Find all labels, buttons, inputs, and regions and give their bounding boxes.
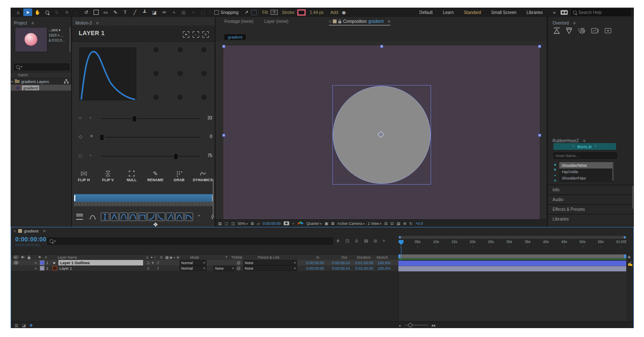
snapshot-icon[interactable] (284, 221, 289, 225)
project-item-footage[interactable]: gradient (11, 85, 71, 91)
fast-previews-icon[interactable]: ⊡ (390, 221, 394, 226)
help-search-input[interactable] (571, 9, 630, 16)
current-time-display[interactable]: 0:00:00:00 (15, 236, 47, 243)
video-preview-icon[interactable]: ◫ (231, 221, 235, 226)
workspace-standard[interactable]: Standard (464, 10, 481, 15)
pickwhip-icon[interactable]: @ (237, 260, 240, 265)
hose-style-item[interactable]: Shoulder/Hips (559, 175, 614, 182)
layer-name-column-header[interactable]: Layer Name (58, 255, 77, 260)
tab-composition[interactable]: × Composition gradient ≡ (329, 19, 390, 25)
slider-handle[interactable] (174, 153, 178, 160)
duration-value[interactable]: 0:01:00:00 (355, 260, 373, 265)
solo-icon[interactable]: ● (14, 256, 15, 259)
label-color-chip[interactable] (40, 266, 44, 271)
layer-row-2[interactable]: ▸ 2 Layer 1 ♙ / Normal▾ None▾ @ None▾ 0:… (11, 265, 398, 271)
anchor-grid-dot[interactable] (201, 47, 207, 52)
dynamics-button[interactable]: DYNAMICS (191, 169, 215, 182)
navigator-handle-left[interactable] (399, 236, 401, 238)
number-column-header[interactable]: # (45, 255, 47, 260)
navigator-handle-right[interactable] (624, 236, 626, 238)
null-button[interactable]: NULL (120, 169, 144, 182)
x-icon[interactable]: ✕ (90, 134, 93, 138)
composition-chip[interactable]: gradient (224, 34, 246, 40)
in-value[interactable]: 0:00:00:00 (306, 265, 324, 271)
fill-swatch[interactable]: ? (271, 10, 278, 15)
slider-value[interactable]: 75 (201, 153, 212, 158)
stretch-value[interactable]: 100.0% (378, 260, 391, 265)
hide-shy-icon[interactable]: ♙ (355, 238, 359, 243)
snap-angle-icon[interactable]: ↗ (242, 8, 251, 16)
timeline-search[interactable]: ▾ (47, 238, 333, 245)
guides-grid-icon[interactable]: ⊞ (251, 221, 254, 226)
duration-column-header[interactable]: Duration (357, 255, 370, 260)
toggle-transfer-icon[interactable]: ◪ (22, 323, 25, 328)
mode-column-header[interactable]: Mode (190, 255, 199, 260)
selection-handle[interactable] (538, 134, 541, 137)
curve-preset-ease-out[interactable] (147, 213, 156, 221)
select-layer-icon[interactable]: ➤ (183, 30, 189, 38)
stroke-width[interactable]: 1.44 px (310, 10, 324, 15)
pixel-aspect-icon[interactable]: ⊟ (384, 221, 388, 226)
snapping-toggle[interactable]: Snapping (214, 10, 238, 15)
project-search[interactable]: ▾ (14, 64, 69, 70)
layer-switches[interactable]: ♙✦ (146, 260, 156, 265)
viewer-timecode[interactable]: 0:00:00:00 (263, 221, 281, 226)
flip-h-button[interactable]: FLIP H (72, 169, 96, 182)
out-value[interactable]: 0:00:59:24 (332, 260, 350, 265)
help-search[interactable] (571, 9, 630, 16)
diamond-shape-icon[interactable]: ◇ (79, 134, 82, 139)
panel-menu-icon[interactable]: ≡ (583, 138, 586, 143)
build-button[interactable]: ⠿BUILD⠿ (553, 143, 616, 150)
tab-layer[interactable]: Layer (none) (264, 19, 288, 24)
trkmat-select[interactable]: None▾ (213, 265, 235, 271)
project-item-label[interactable]: gradient (22, 85, 39, 91)
hose-style-item[interactable]: Hip/Ankle (559, 168, 614, 175)
stretch-value[interactable]: 100.0% (378, 265, 391, 271)
composition-canvas[interactable] (224, 46, 539, 219)
comp-mini-flowchart-icon[interactable]: ⋔ (336, 238, 340, 243)
project-item-label[interactable]: gradient Layers (21, 79, 49, 84)
trkmat-column-header[interactable]: TrkMat (231, 255, 242, 260)
comp-marker-icon[interactable]: ◈ (627, 254, 633, 259)
home-tool[interactable]: ⌂ (14, 8, 22, 16)
particles-icon[interactable] (577, 27, 586, 35)
more-switches-icons[interactable]: ▦◉◐⊕ (165, 255, 180, 260)
arrow-left-icon[interactable]: ‹ (90, 115, 91, 120)
workspace-default[interactable]: Default (419, 10, 433, 15)
panel-tab-libraries[interactable]: Libraries (548, 214, 634, 224)
curve-preset-hold[interactable] (101, 213, 109, 221)
in-value[interactable]: 0:00:00:00 (306, 260, 324, 265)
workspace-manager-icon[interactable] (561, 10, 568, 15)
curve-preset-dome[interactable] (129, 213, 137, 221)
flip-v-button[interactable]: FLIP V (96, 169, 120, 182)
layout-select[interactable]: 1 View▾ (368, 221, 381, 226)
panel-menu-icon[interactable]: ≡ (32, 21, 34, 25)
rotation-tool[interactable]: ↺ (82, 8, 91, 16)
anchor-grid-dot[interactable] (201, 94, 207, 100)
reset-exposure-icon[interactable]: ↻ (409, 221, 413, 226)
in-column-header[interactable]: In (316, 255, 319, 260)
pan-behind-tool[interactable] (91, 8, 100, 16)
quality-switch[interactable]: / (158, 260, 159, 265)
anchor-grid-dot[interactable] (201, 71, 207, 76)
move-down-icon[interactable]: ▼ (553, 167, 558, 173)
range-handle-left[interactable] (74, 195, 75, 201)
edit-marker-icon[interactable]: ✍ (627, 262, 633, 266)
slider-value[interactable]: 0 (201, 134, 212, 139)
curve-preset-anticipate[interactable] (166, 213, 174, 221)
curve-preset-ease-in[interactable] (157, 213, 165, 221)
duration-value[interactable]: 0:01:00:00 (355, 265, 373, 271)
zoom-tool[interactable] (43, 8, 52, 16)
out-value[interactable]: 0:00:59:24 (332, 265, 350, 271)
panel-menu-icon[interactable]: ≡ (43, 229, 46, 233)
magnification-select[interactable]: 50%▾ (238, 221, 248, 226)
selection-handle[interactable] (222, 134, 225, 137)
right-column-scrollbar[interactable] (632, 185, 633, 209)
screen-replace-icon[interactable] (590, 27, 600, 35)
motion-scrollbar[interactable] (213, 179, 214, 215)
twirl-icon[interactable]: ▸ (35, 260, 37, 265)
hose-style-item[interactable]: Shoulder/Wrist (559, 162, 614, 169)
frame-blending-icon[interactable]: ▤ (364, 238, 368, 243)
add-icon[interactable]: ＋ (553, 173, 558, 178)
timeline-button-icon[interactable]: ▤ (397, 221, 401, 226)
